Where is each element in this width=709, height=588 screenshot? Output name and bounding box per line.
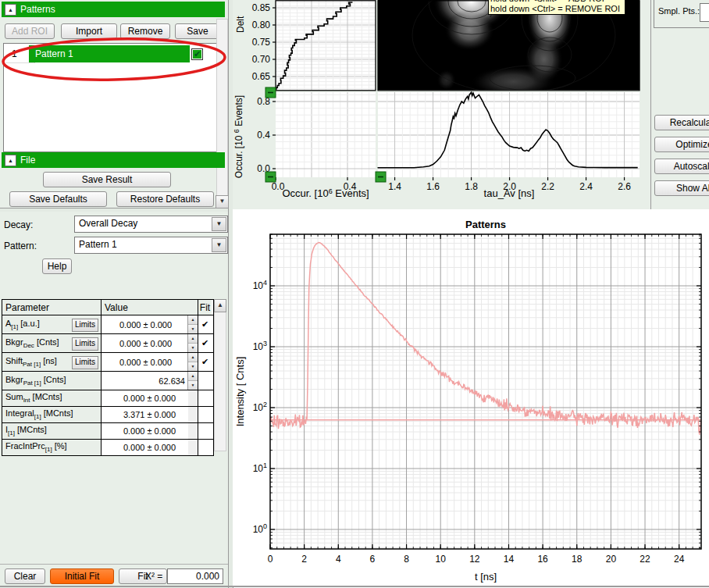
value-spinner[interactable]: ▲▼ <box>187 334 198 352</box>
param-name: SumInt [MCnts] <box>2 390 102 406</box>
x-tick-label: 8 <box>404 554 409 565</box>
window-bottom-edge <box>0 586 709 587</box>
spinner-placeholder <box>188 407 198 422</box>
param-row-4: SumInt [MCnts]0.000 ± 0.000 <box>2 390 213 406</box>
delta-tick-label: 0.85 <box>252 2 271 13</box>
decay-chart-svg[interactable]: 024681012141618202224104103102101100Patt… <box>233 209 709 586</box>
import-button[interactable]: Import <box>61 23 117 39</box>
x-tick-label: 24 <box>674 554 685 565</box>
help-button[interactable]: Help <box>42 258 72 274</box>
decay-combobox-value: Overall Decay <box>79 218 137 229</box>
range-handle[interactable] <box>376 172 386 182</box>
param-row-6: I[1] [MCnts]0.000 ± 0.000 <box>2 422 213 439</box>
chevron-down-icon[interactable]: ▼ <box>212 217 226 231</box>
save-result-button[interactable]: Save Result <box>43 172 171 187</box>
smpl-pts-label: Smpl. Pts.: <box>658 6 700 16</box>
param-value[interactable]: 0.000 ± 0.000 <box>102 440 198 455</box>
collapse-up-icon[interactable]: ▲ <box>5 4 16 16</box>
autoscale-button[interactable]: Autoscale <box>654 159 709 174</box>
occur-axis-title: Occur. [106 Events] <box>282 187 369 199</box>
remove-button[interactable]: Remove <box>120 23 170 39</box>
x-tick-label: 10 <box>436 554 447 565</box>
param-value[interactable]: 0.000 ± 0.000▲▼ <box>102 315 198 333</box>
fit-checkbox[interactable]: ✔ <box>198 353 212 371</box>
param-value[interactable]: 62.634▲▼ <box>102 372 198 390</box>
pattern-list-row[interactable]: 1 Pattern 1 ✔ <box>4 45 217 63</box>
table-header-fit: Fit <box>198 300 212 315</box>
scroll-up-icon[interactable]: ▲ <box>214 299 226 312</box>
range-handle[interactable] <box>265 87 276 98</box>
x-tick-label: 18 <box>572 554 583 565</box>
pattern-row-name[interactable]: Pattern 1 <box>29 45 190 62</box>
value-spinner[interactable]: ▲▼ <box>187 372 198 390</box>
param-row-5: Integral[1] [MCnts]3.371 ± 0.000 <box>2 406 213 422</box>
pattern-combobox[interactable]: Pattern 1 ▼ <box>74 237 228 254</box>
restore-defaults-button[interactable]: Restore Defaults <box>116 191 214 207</box>
tau-tick-label: 1.6 <box>426 181 440 192</box>
x-axis-label: t [ns] <box>475 571 497 583</box>
patterns-section-header[interactable]: ▲ Patterns <box>2 2 225 17</box>
decay-label: Decay: <box>4 219 33 230</box>
scroll-down-icon[interactable]: ▼ <box>216 195 229 208</box>
application-window: ▲ Patterns Add ROI Import Remove Save 1 … <box>0 0 709 588</box>
smpl-pts-groupbox: Smpl. Pts.: <box>654 0 709 28</box>
initial-fit-button[interactable]: Initial Fit <box>50 568 114 584</box>
limits-button[interactable]: Limits <box>72 319 98 332</box>
recalculate-button[interactable]: Recalculate <box>654 115 709 130</box>
fit-checkbox[interactable] <box>198 440 212 455</box>
roi-tooltip: hold down <Shift> = ADD ROI hold down <C… <box>488 0 625 15</box>
fit-checkbox[interactable]: ✔ <box>198 334 212 352</box>
limits-button[interactable]: Limits <box>72 356 98 369</box>
patterns-decay-chart: 024681012141618202224104103102101100Patt… <box>233 209 709 586</box>
x-tick-label: 16 <box>537 554 548 565</box>
x-tick-label: 4 <box>336 554 341 565</box>
param-name: BkgrDec [Cnts]Limits <box>2 334 102 352</box>
param-name: BkgrPat [1] [Cnts] <box>2 372 102 390</box>
param-row-3: BkgrPat [1] [Cnts]62.634▲▼ <box>2 371 213 390</box>
parameter-table: ParameterValueFitA[1] [a.u.]Limits0.000 … <box>2 299 214 456</box>
fit-checkbox[interactable] <box>198 423 212 439</box>
pattern-list[interactable]: 1 Pattern 1 ✔ <box>3 43 218 152</box>
file-header-label: File <box>20 155 35 166</box>
table-header-parameter: Parameter <box>2 300 102 315</box>
value-spinner[interactable]: ▲▼ <box>187 315 198 333</box>
file-section-header[interactable]: ▲ File <box>2 152 225 168</box>
show-all-button[interactable]: Show All <box>654 180 709 196</box>
param-value[interactable]: 0.000 ± 0.000 <box>102 423 198 439</box>
corner-plot-svg[interactable]: 0.850.800.750.700.650.80.40.00.00.41.41.… <box>233 0 650 209</box>
smpl-pts-input[interactable] <box>700 3 709 22</box>
param-name: FracIntPrc[1] [%] <box>2 440 102 455</box>
pattern-checkbox[interactable]: ✔ <box>191 48 203 60</box>
table-scrollbar[interactable] <box>214 299 226 451</box>
param-name: I[1] [MCnts] <box>2 423 102 439</box>
chart-title: Patterns <box>465 219 506 230</box>
param-value[interactable]: 0.000 ± 0.000▲▼ <box>102 353 198 371</box>
collapse-up-icon[interactable]: ▲ <box>5 155 16 166</box>
clear-button[interactable]: Clear <box>5 568 45 584</box>
delta-tick-label: 0.70 <box>252 54 271 65</box>
y-tick-label: 104 <box>253 279 267 291</box>
value-spinner[interactable]: ▲▼ <box>187 353 198 371</box>
save-defaults-button[interactable]: Save Defaults <box>9 191 107 207</box>
chevron-down-icon[interactable]: ▼ <box>212 238 226 252</box>
fit-checkbox[interactable] <box>198 372 212 390</box>
optimize-button[interactable]: Optimize <box>654 137 709 152</box>
fit-checkbox[interactable]: ✔ <box>198 315 212 333</box>
range-handle[interactable] <box>265 172 276 182</box>
table-header-value: Value <box>102 300 198 315</box>
fit-checkbox[interactable] <box>198 390 212 406</box>
right-control-panel: Smpl. Pts.: RecalculateOptimizeAutoscale… <box>650 0 709 209</box>
patterns-scrollbar[interactable] <box>216 19 228 208</box>
add-roi-button[interactable]: Add ROI <box>5 23 55 39</box>
decay-combobox[interactable]: Overall Decay ▼ <box>74 216 228 233</box>
param-value[interactable]: 3.371 ± 0.000 <box>102 407 198 422</box>
param-value[interactable]: 0.000 ± 0.000 <box>102 390 198 406</box>
x-tick-label: 14 <box>504 554 515 565</box>
patterns-header-label: Patterns <box>20 4 55 15</box>
save-button[interactable]: Save <box>175 23 220 39</box>
fit-checkbox[interactable] <box>198 407 212 422</box>
delta-tick-label: 0.80 <box>252 20 271 30</box>
delta-tick-label: 0.65 <box>252 71 271 82</box>
param-value[interactable]: 0.000 ± 0.000▲▼ <box>102 334 198 352</box>
limits-button[interactable]: Limits <box>72 337 98 351</box>
